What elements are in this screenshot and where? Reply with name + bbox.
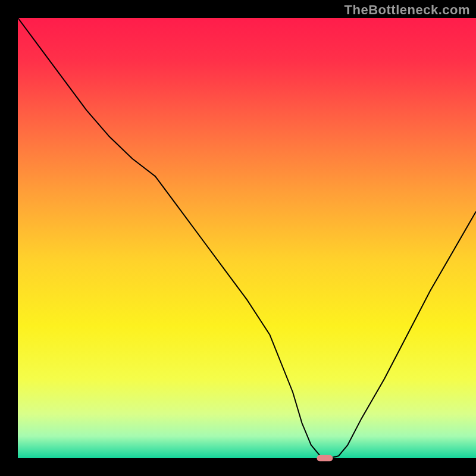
bottleneck-chart: TheBottleneck.com xyxy=(0,0,476,476)
chart-svg xyxy=(0,0,476,476)
minimum-marker xyxy=(317,455,333,461)
chart-background xyxy=(18,18,476,458)
watermark-text: TheBottleneck.com xyxy=(345,2,470,18)
